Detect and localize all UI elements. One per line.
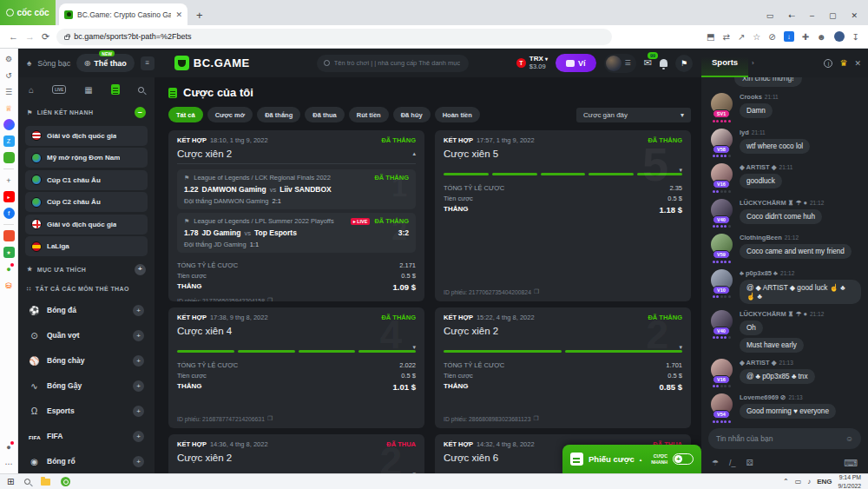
- bet-card[interactable]: KẾT HỢP15:22, 4 thg 8, 2022ĐÃ THẮNGCược …: [435, 307, 691, 428]
- chat-close-icon[interactable]: ✕: [854, 59, 861, 68]
- add-shortcut-icon[interactable]: +: [3, 175, 15, 186]
- copy-icon[interactable]: ❐: [267, 415, 273, 422]
- calendar-icon[interactable]: ▦: [84, 85, 92, 95]
- facebook-icon[interactable]: f: [3, 208, 15, 219]
- promo-app-icon[interactable]: ★: [3, 247, 15, 258]
- back-button[interactable]: ←: [9, 31, 18, 42]
- add-sport-button[interactable]: +: [133, 380, 144, 392]
- collapse-caret-icon[interactable]: ▴: [412, 150, 416, 157]
- bets-filter-tab[interactable]: Hoàn tiền: [435, 107, 480, 122]
- language-indicator[interactable]: ENG: [817, 478, 832, 486]
- emoji-icon[interactable]: ☺: [845, 434, 853, 443]
- expand-caret-icon[interactable]: ▾: [412, 471, 416, 473]
- bcgame-logo[interactable]: BC.GAME: [174, 56, 250, 70]
- browser-profile-avatar[interactable]: [834, 31, 845, 42]
- reading-list-icon[interactable]: ☰: [3, 86, 15, 97]
- quick-bet-toggle[interactable]: [673, 453, 694, 465]
- tab-close-icon[interactable]: ✕: [175, 10, 182, 19]
- shopping-app-icon[interactable]: [3, 230, 15, 241]
- copy-icon[interactable]: ❐: [534, 288, 539, 295]
- chat-username[interactable]: ClothingBeen21:12: [740, 234, 861, 241]
- sports-toggle[interactable]: ◎ Thể thao NEW: [76, 54, 134, 72]
- chat-username[interactable]: Loveme6969 ⊘21:13: [740, 393, 861, 401]
- bets-filter-tab[interactable]: Rút tiền: [349, 107, 389, 122]
- chat-username[interactable]: ♣ p0p3x85 ♣21:12: [740, 269, 861, 277]
- file-explorer-icon[interactable]: [41, 479, 50, 486]
- dice-icon[interactable]: ⚄: [746, 459, 753, 467]
- add-sport-button[interactable]: +: [133, 406, 144, 417]
- sidebar-quick-link[interactable]: Mỹ mở rộng Đơn Nam: [25, 148, 148, 168]
- home-icon[interactable]: ⌂: [29, 85, 34, 95]
- bets-filter-tab[interactable]: Cược mở: [207, 107, 253, 122]
- bookmark-star-icon[interactable]: ☆: [753, 32, 760, 42]
- add-sport-button[interactable]: +: [133, 431, 144, 442]
- bets-filter-tab[interactable]: Tất cả: [168, 107, 203, 122]
- chevron-right-icon[interactable]: ›: [752, 59, 754, 67]
- sidebar-sport-fifa[interactable]: FIFAFIFA+: [25, 424, 148, 449]
- sidebar-quick-link[interactable]: Giải vô địch quốc gia: [25, 126, 148, 146]
- address-bar[interactable]: bc.game/sports?bt-path=%2Fbets: [56, 29, 612, 45]
- share-icon[interactable]: ↗: [738, 32, 745, 42]
- extensions-icon[interactable]: ✚: [802, 32, 809, 42]
- inbox-button[interactable]: ✉99: [644, 57, 652, 69]
- coccoc-brand[interactable]: cốc cốc: [0, 0, 56, 25]
- bet-card[interactable]: KẾT HỢP14:36, 4 thg 8, 2022ĐÃ THUACược x…: [168, 434, 424, 473]
- bet-slip-button[interactable]: Phiếu cược ▴ CƯỢC NHANH: [562, 445, 701, 473]
- live-nav-icon[interactable]: LIVE: [52, 85, 66, 94]
- expand-caret-icon[interactable]: ▾: [679, 167, 682, 174]
- translate-icon[interactable]: ⇄: [723, 32, 730, 42]
- chat-username[interactable]: ◆ ARTIST ◆21:13: [740, 359, 861, 367]
- youtube-icon[interactable]: ▸: [3, 191, 15, 202]
- rain-icon[interactable]: ☂: [712, 459, 719, 467]
- menu-collapse-icon[interactable]: ≡: [141, 56, 155, 70]
- download-active-icon[interactable]: ↓: [784, 31, 794, 42]
- add-sport-button[interactable]: +: [133, 305, 144, 316]
- profile-menu[interactable]: ☰: [604, 54, 636, 73]
- copy-icon[interactable]: ❐: [533, 415, 538, 422]
- sort-dropdown[interactable]: Cược gần đây▾: [576, 108, 691, 122]
- currency-selector[interactable]: T TRX ▾ $3.09: [516, 56, 548, 70]
- sidebar-quick-link[interactable]: Giải vô địch quốc gia: [25, 215, 148, 235]
- taskbar-search-icon[interactable]: [24, 479, 30, 485]
- history-icon[interactable]: ↺: [3, 69, 15, 81]
- sidebar-sport-esports[interactable]: ΩEsports+: [25, 399, 148, 424]
- close-window-button[interactable]: ✕: [851, 11, 858, 20]
- my-bets-icon[interactable]: [111, 84, 120, 95]
- bet-card[interactable]: KẾT HỢP17:38, 9 thg 8, 2022ĐÃ THẮNGCược …: [168, 307, 424, 428]
- network-icon[interactable]: ▭: [795, 478, 802, 486]
- chat-message-input[interactable]: Tin nhắn của bạn ☺: [708, 428, 861, 449]
- start-button[interactable]: ⊞: [7, 477, 14, 486]
- sidebar-sport-tennis[interactable]: ⊙Quần vợt+: [25, 323, 148, 348]
- screenshot-icon[interactable]: ⬒: [707, 32, 714, 42]
- maximize-button[interactable]: ▢: [829, 11, 837, 20]
- expand-caret-icon[interactable]: ▾: [679, 344, 682, 351]
- rail-more-icon[interactable]: ⋯: [3, 458, 15, 469]
- taskbar-clock[interactable]: 9:14 PM9/1/2022: [838, 473, 861, 489]
- chat-toggle-icon[interactable]: ⚑: [675, 55, 693, 72]
- add-sport-button[interactable]: +: [133, 330, 144, 341]
- leaf-app-icon[interactable]: ●: [3, 263, 15, 274]
- minimize-button[interactable]: –: [810, 11, 814, 20]
- slash-command-icon[interactable]: /​_: [729, 459, 736, 467]
- crown-icon[interactable]: ♕: [3, 102, 15, 114]
- casino-toggle[interactable]: Sòng bạc: [37, 59, 70, 68]
- copy-icon[interactable]: ❐: [267, 297, 273, 301]
- reload-button[interactable]: ⟳: [42, 31, 49, 43]
- cart-app-icon[interactable]: ⛁: [3, 280, 15, 291]
- volume-icon[interactable]: ♪: [807, 478, 811, 486]
- rail-bell-icon[interactable]: ●: [3, 441, 15, 453]
- sidebar-quick-link[interactable]: Cúp C2 châu Âu: [25, 192, 148, 212]
- bets-filter-tab[interactable]: Đã hủy: [393, 107, 431, 122]
- chat-info-icon[interactable]: i: [824, 59, 832, 68]
- sidebar-quick-link[interactable]: Cúp C1 châu Âu: [25, 170, 148, 190]
- add-sport-button[interactable]: +: [133, 355, 144, 367]
- tab-search-icon[interactable]: ▭: [766, 11, 774, 20]
- chat-username[interactable]: Crooks21:11: [740, 93, 861, 101]
- chat-username[interactable]: lyd21:11: [740, 129, 861, 136]
- notifications-bell-icon[interactable]: [660, 59, 667, 67]
- settings-gear-icon[interactable]: ⚙: [3, 53, 15, 64]
- sidebar-sport-football[interactable]: ⚽Bóng đá+: [25, 298, 148, 323]
- sidebar-sport-cricket[interactable]: ∿Bóng Gậy+: [25, 373, 148, 399]
- bets-filter-tab[interactable]: Đã thua: [305, 107, 345, 122]
- sidebar-sport-baseball[interactable]: ⚾Bóng chày+: [25, 348, 148, 373]
